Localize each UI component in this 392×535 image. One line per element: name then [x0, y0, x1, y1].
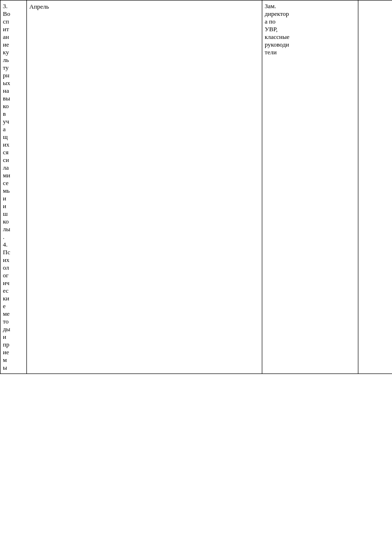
- table-container: 3.Воспитаниекультурныхнавыковучащихсясил…: [0, 0, 392, 535]
- table-row: 3.Воспитаниекультурныхнавыковучащихсясил…: [0, 0, 392, 374]
- cell-extra: [358, 0, 392, 374]
- main-table: 3.Воспитаниекультурныхнавыковучащихсясил…: [0, 0, 392, 374]
- cell-number: 3.Воспитаниекультурныхнавыковучащихсясил…: [0, 0, 27, 374]
- number-text: 3.Воспитаниекультурныхнавыковучащихсясил…: [3, 2, 24, 372]
- cell-month: Апрель: [27, 0, 262, 374]
- responsible-text: Зам.директора поУВР,классныеруководители: [265, 2, 355, 56]
- cell-responsible: Зам.директора поУВР,классныеруководители: [262, 0, 358, 374]
- month-text: Апрель: [29, 2, 259, 11]
